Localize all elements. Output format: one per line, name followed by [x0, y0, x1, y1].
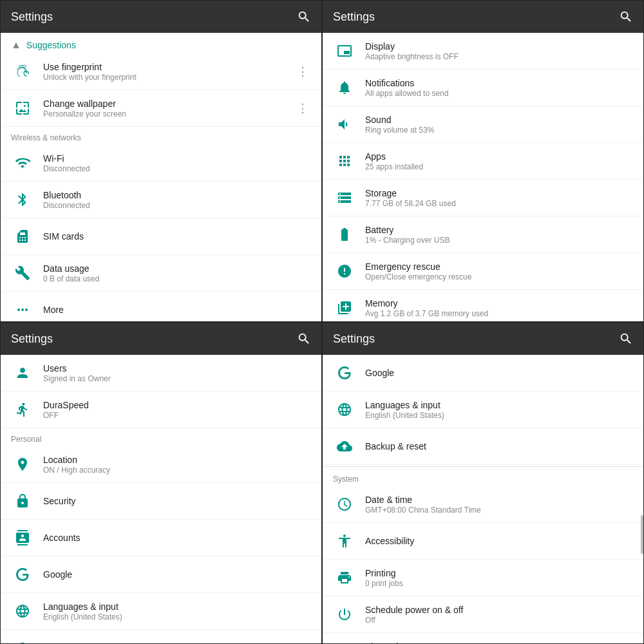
sound-text: Sound Ring volume at 53% — [365, 115, 633, 135]
google-text-br: Google — [365, 368, 633, 378]
accounts-text: Accounts — [43, 533, 311, 543]
search-button-bottom-right[interactable] — [619, 332, 633, 346]
security-title: Security — [43, 496, 311, 506]
backup-icon-bl — [11, 636, 34, 643]
memory-subtitle: Avg 1.2 GB of 3.7 GB memory used — [365, 309, 633, 318]
apps-title: Apps — [365, 151, 633, 162]
languages-subtitle-bl: English (United States) — [43, 612, 311, 621]
emergency-rescue-subtitle: Open/Close emergency rescue — [365, 272, 633, 281]
duraspeed-icon — [11, 398, 34, 421]
settings-item-storage[interactable]: Storage 7.77 GB of 58.24 GB used — [323, 180, 643, 216]
language-icon-bl — [11, 600, 34, 623]
users-icon — [11, 361, 34, 384]
settings-item-use-fingerprint[interactable]: Use fingerprint Unlock with your fingerp… — [1, 53, 321, 90]
more-dots-icon — [11, 298, 34, 321]
settings-item-sound[interactable]: Sound Ring volume at 53% — [323, 106, 643, 143]
sim-title: SIM cards — [43, 231, 311, 242]
bluetooth-text: Bluetooth Disconnected — [43, 190, 311, 210]
duraspeed-title: DuraSpeed — [43, 400, 311, 410]
settings-item-duraspeed[interactable]: DuraSpeed OFF — [1, 392, 321, 428]
more-icon-wallpaper[interactable]: ⋮ — [294, 99, 311, 118]
settings-item-wifi[interactable]: Wi-Fi Disconnected — [1, 145, 321, 182]
more-icon-fingerprint[interactable]: ⋮ — [294, 62, 311, 81]
emergency-rescue-title: Emergency rescue — [365, 261, 633, 272]
location-icon — [11, 453, 34, 476]
printing-subtitle: 0 print jobs — [365, 579, 633, 588]
language-icon-br — [333, 398, 356, 421]
wifi-icon — [11, 151, 34, 175]
location-subtitle: ON / High accuracy — [43, 466, 311, 475]
settings-item-change-wallpaper[interactable]: Change wallpaper Personalize your screen… — [1, 90, 321, 127]
emergency-rescue-text: Emergency rescue Open/Close emergency re… — [365, 261, 633, 281]
location-title: Location — [43, 455, 311, 465]
accessibility-icon — [333, 529, 356, 553]
content-bottom-left: Users Signed in as Owner DuraSpeed OFF P… — [1, 355, 321, 643]
settings-item-battery[interactable]: Battery 1% - Charging over USB — [323, 216, 643, 253]
datetime-text: Date & time GMT+08:00 China Standard Tim… — [365, 495, 633, 515]
settings-item-bluetooth[interactable]: Bluetooth Disconnected — [1, 182, 321, 218]
chevron-up-icon: ▲ — [11, 39, 21, 51]
backup-icon-br — [333, 435, 356, 458]
settings-item-about-phone[interactable]: About phone Android 7.1.1 — [323, 633, 643, 643]
settings-item-sim-cards[interactable]: SIM cards — [1, 218, 321, 255]
scrollbar-thumb[interactable] — [641, 515, 643, 554]
settings-item-users[interactable]: Users Signed in as Owner — [1, 355, 321, 392]
users-subtitle: Signed in as Owner — [43, 374, 311, 383]
use-fingerprint-text: Use fingerprint Unlock with your fingerp… — [43, 62, 294, 82]
settings-item-more[interactable]: More — [1, 292, 321, 321]
settings-item-accessibility[interactable]: Accessibility — [323, 523, 643, 560]
personal-header: Personal — [1, 428, 321, 446]
settings-item-languages-bl[interactable]: Languages & input English (United States… — [1, 593, 321, 630]
sim-text: SIM cards — [43, 231, 311, 242]
settings-item-schedule-power[interactable]: Schedule power on & off Off — [323, 596, 643, 633]
search-button-bottom-left[interactable] — [297, 332, 311, 346]
display-text: Display Adaptive brightness is OFF — [365, 41, 633, 61]
more-text: More — [43, 305, 311, 315]
schedule-power-title: Schedule power on & off — [365, 605, 633, 615]
settings-item-notifications[interactable]: Notifications All apps allowed to send — [323, 70, 643, 106]
battery-icon — [333, 223, 356, 246]
data-usage-icon — [11, 261, 34, 285]
data-usage-text: Data usage 0 B of data used — [43, 263, 311, 283]
notifications-icon — [333, 76, 356, 99]
clock-icon — [333, 493, 356, 516]
settings-item-datetime[interactable]: Date & time GMT+08:00 China Standard Tim… — [323, 486, 643, 523]
settings-item-display[interactable]: Display Adaptive brightness is OFF — [323, 33, 643, 70]
settings-item-languages-br[interactable]: Languages & input English (United States… — [323, 392, 643, 428]
search-button-top-left[interactable] — [297, 10, 311, 24]
settings-item-data-usage[interactable]: Data usage 0 B of data used — [1, 255, 321, 292]
google-icon-bl — [11, 563, 34, 586]
backup-text-bl: Backup & reset — [43, 643, 311, 643]
settings-item-backup-bl[interactable]: Backup & reset — [1, 630, 321, 643]
search-button-top-right[interactable] — [619, 10, 633, 24]
settings-item-google-br[interactable]: Google — [323, 355, 643, 392]
settings-item-emergency-rescue[interactable]: Emergency rescue Open/Close emergency re… — [323, 253, 643, 290]
settings-item-printing[interactable]: Printing 0 print jobs — [323, 560, 643, 596]
settings-item-google-bl[interactable]: Google — [1, 556, 321, 593]
header-title-top-left: Settings — [11, 10, 53, 24]
settings-item-security[interactable]: Security — [1, 483, 321, 520]
users-title: Users — [43, 363, 311, 374]
settings-item-accounts[interactable]: Accounts — [1, 520, 321, 556]
backup-title-br: Backup & reset — [365, 441, 633, 451]
wireless-networks-header: Wireless & networks — [1, 127, 321, 145]
apps-subtitle: 25 apps installed — [365, 162, 633, 171]
settings-item-backup-br[interactable]: Backup & reset — [323, 428, 643, 465]
data-usage-subtitle: 0 B of data used — [43, 274, 311, 283]
system-header: System — [323, 468, 643, 486]
printing-text: Printing 0 print jobs — [365, 568, 633, 588]
settings-item-apps[interactable]: Apps 25 apps installed — [323, 143, 643, 180]
settings-item-memory[interactable]: Memory Avg 1.2 GB of 3.7 GB memory used — [323, 290, 643, 321]
google-title-br: Google — [365, 368, 633, 378]
display-title: Display — [365, 41, 633, 52]
system-divider — [323, 466, 643, 467]
settings-item-location[interactable]: Location ON / High accuracy — [1, 446, 321, 483]
panel-top-right: Settings Display Adaptive brightness is … — [322, 0, 644, 322]
location-text: Location ON / High accuracy — [43, 455, 311, 475]
accessibility-text: Accessibility — [365, 536, 633, 546]
sos-icon — [333, 260, 356, 283]
storage-icon — [333, 186, 356, 209]
accessibility-title: Accessibility — [365, 536, 633, 546]
languages-text-bl: Languages & input English (United States… — [43, 601, 311, 621]
about-phone-title: About phone — [365, 641, 633, 644]
